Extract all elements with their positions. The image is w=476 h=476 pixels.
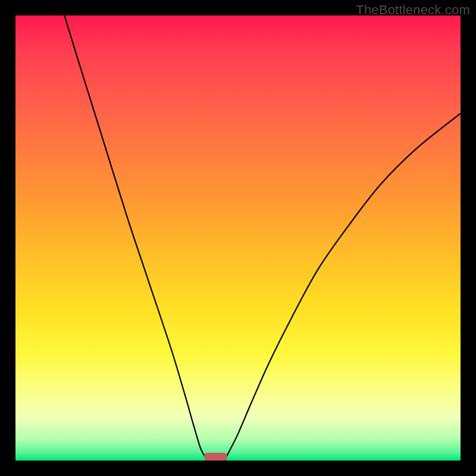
watermark-text: TheBottleneck.com [356,2,470,18]
chart-area [15,15,461,461]
bottleneck-marker [204,453,228,461]
left-curve [64,15,206,461]
right-curve [225,114,461,461]
curve-layer [15,15,461,461]
